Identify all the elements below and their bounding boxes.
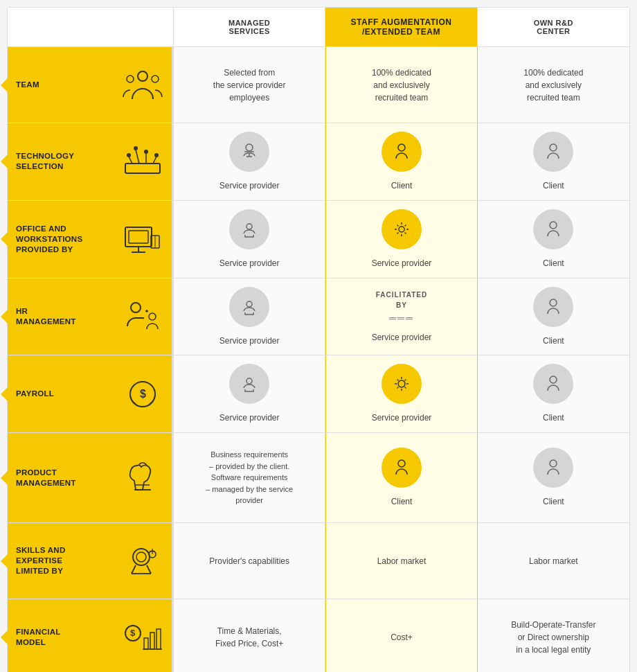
arrow-skills	[1, 554, 8, 568]
svg-point-23	[550, 222, 557, 229]
svg-point-25	[149, 313, 156, 320]
payroll-managed: Service provider	[174, 355, 325, 432]
label-office: OFFICE AND WORKSTATIONS PROVIDED BY	[8, 201, 174, 278]
label-payroll: PAYROLL $	[8, 355, 174, 432]
label-skills: SKILLS AND EXPERTISE LIMITED BY	[8, 523, 174, 599]
svg-line-5	[136, 150, 139, 163]
financial-managed: Time & Materials, Fixed Price, Cost+	[174, 599, 325, 672]
icon-skills	[122, 540, 163, 582]
circle-settings-yellow-1	[382, 209, 422, 249]
payroll-own-rd: Client	[478, 355, 629, 432]
financial-staff-aug: Cost+	[325, 599, 477, 672]
circle-person-gray-3	[533, 287, 573, 327]
header-staff-augmentation: STAFF AUGMENTATION /EXTENDED TEAM	[325, 8, 477, 46]
product-own-rd: Client	[478, 433, 629, 522]
icon-team	[122, 64, 163, 106]
circle-person-yellow-1	[382, 132, 422, 172]
svg-point-13	[398, 144, 405, 151]
row-financial: FINANCIAL MODEL $ Time & Materials, Fixe…	[8, 599, 629, 672]
circle-person-gray-5	[533, 448, 573, 488]
arrow-hr	[1, 310, 8, 324]
label-hr: HR MANAGEMENT	[8, 278, 174, 355]
technology-own-rd: Client	[478, 123, 629, 200]
row-office: OFFICE AND WORKSTATIONS PROVIDED BY	[8, 201, 629, 278]
icon-hr	[122, 296, 163, 337]
product-staff-aug: Client	[325, 433, 477, 522]
svg-point-37	[398, 460, 405, 467]
svg-point-10	[144, 150, 148, 154]
svg-rect-16	[129, 231, 148, 243]
team-staff-aug: 100% dedicated and exclusively recruited…	[325, 47, 477, 123]
arrow-office	[1, 232, 8, 246]
comparison-table: MANAGED SERVICES STAFF AUGMENTATION /EXT…	[7, 7, 630, 672]
label-financial: FINANCIAL MODEL $	[8, 599, 174, 672]
icon-technology	[122, 141, 163, 182]
svg-point-38	[550, 460, 557, 467]
row-payroll: PAYROLL $ Service provider	[8, 355, 629, 433]
technology-managed: Service provider	[174, 123, 325, 200]
row-team: TEAM Selected from the service provider …	[8, 47, 629, 123]
row-technology: TECHNOLOGY SELECTION	[8, 123, 629, 201]
svg-rect-3	[125, 163, 160, 173]
label-team: TEAM	[8, 47, 174, 123]
circle-hand-settings-gray-2	[229, 209, 269, 249]
svg-point-1	[127, 76, 134, 82]
svg-rect-47	[156, 629, 161, 649]
product-managed: Business requirements – provided by the …	[174, 433, 325, 522]
circle-person-yellow-2	[382, 448, 422, 488]
hr-managed: Service provider	[174, 278, 325, 355]
skills-managed: Provider's capabilities	[174, 523, 325, 599]
svg-point-21	[246, 224, 252, 229]
svg-line-7	[153, 157, 156, 163]
icon-office	[122, 218, 163, 260]
financial-own-rd: Build-Operate-Transfer or Direct ownersh…	[478, 599, 629, 672]
header-managed-services: MANAGED SERVICES	[174, 8, 325, 46]
svg-point-40	[136, 552, 146, 562]
svg-point-2	[152, 76, 159, 82]
svg-point-22	[399, 227, 404, 232]
arrow-team	[1, 78, 8, 92]
circle-person-gray-2	[533, 209, 573, 249]
skills-own-rd: Labor market	[478, 523, 629, 599]
header-col0	[8, 8, 174, 46]
svg-point-11	[154, 153, 159, 157]
circle-person-gray-1	[533, 132, 573, 172]
svg-text:$: $	[130, 628, 136, 638]
icon-product	[122, 457, 163, 499]
arrow-technology	[1, 154, 8, 168]
svg-rect-45	[144, 638, 148, 649]
office-staff-aug: Service provider	[325, 201, 477, 278]
label-technology: TECHNOLOGY SELECTION	[8, 123, 174, 200]
svg-point-9	[134, 146, 138, 150]
icon-financial: $	[122, 617, 163, 658]
table-header: MANAGED SERVICES STAFF AUGMENTATION /EXT…	[8, 8, 629, 47]
header-own-rd: OWN R&D CENTER	[478, 8, 629, 46]
svg-point-12	[246, 144, 253, 151]
facilitated-badge: FACILITATED BY ═══	[376, 290, 428, 326]
label-product: PRODUCT MANAGEMENT	[8, 433, 174, 522]
team-managed: Selected from the service provider emplo…	[174, 47, 325, 123]
svg-point-34	[550, 376, 557, 383]
svg-point-29	[550, 299, 557, 306]
row-skills: SKILLS AND EXPERTISE LIMITED BY Provider…	[8, 523, 629, 599]
arrow-financial	[1, 630, 8, 644]
svg-point-32	[246, 378, 252, 384]
arrow-product	[1, 471, 8, 485]
svg-point-8	[127, 153, 131, 157]
circle-person-gray-4	[533, 364, 573, 404]
office-own-rd: Client	[478, 201, 629, 278]
svg-point-33	[398, 380, 405, 387]
technology-staff-aug: Client	[325, 123, 477, 200]
payroll-staff-aug: Service provider	[325, 355, 477, 432]
circle-hand-settings-gray-3	[229, 287, 269, 327]
team-own-rd: 100% dedicated and exclusively recruited…	[478, 47, 629, 123]
arrow-payroll	[1, 387, 8, 401]
hr-own-rd: Client	[478, 278, 629, 355]
svg-point-39	[133, 549, 150, 565]
circle-hand-settings-yellow-2	[382, 364, 422, 404]
svg-point-24	[131, 303, 141, 312]
row-product: PRODUCT MANAGEMENT Business requirements…	[8, 433, 629, 523]
hr-staff-aug: FACILITATED BY ═══ Service provider	[325, 278, 477, 355]
skills-staff-aug: Labor market	[325, 523, 477, 599]
office-managed: Service provider	[174, 201, 325, 278]
